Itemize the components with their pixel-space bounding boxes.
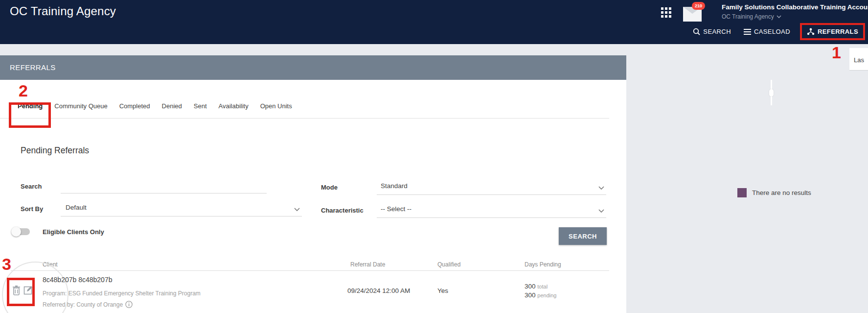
scrollbar-handle[interactable] [769, 89, 774, 96]
qualified-value: Yes [437, 287, 448, 294]
client-program: Program: ESG Funded Emergency Shelter Tr… [43, 290, 201, 297]
account-name: Family Solutions Collaborative Training … [722, 3, 868, 11]
account-menu[interactable]: Family Solutions Collaborative Training … [722, 3, 868, 20]
tab-completed[interactable]: Completed [119, 102, 150, 110]
unread-count-badge: 210 [692, 2, 705, 10]
search-input[interactable] [61, 176, 267, 193]
search-button[interactable]: SEARCH [559, 227, 607, 245]
client-referred-by: Referred by: County of Orange [43, 301, 133, 308]
col-qualified: Qualified [437, 261, 460, 268]
no-results-swatch-icon [737, 188, 747, 197]
top-header-bar: OC Training Agency 210 Family Solutions … [0, 0, 868, 44]
tab-bar: Pending Community Queue Completed Denied… [0, 102, 609, 119]
sort-by-label: Sort By [21, 205, 43, 213]
info-icon[interactable] [125, 301, 133, 308]
table-header-divider [11, 270, 609, 271]
eligible-clients-label: Eligible Clients Only [43, 228, 104, 236]
banner-title: REFERRALS [0, 55, 626, 80]
col-referral-date: Referral Date [350, 261, 385, 268]
mode-label: Mode [321, 184, 338, 191]
apps-grid-icon[interactable] [661, 7, 672, 18]
tab-sent[interactable]: Sent [194, 102, 207, 110]
tab-availability[interactable]: Availability [219, 102, 249, 110]
scrollbar[interactable] [771, 80, 772, 105]
no-results-text: There are no results [752, 189, 811, 196]
sort-by-select[interactable]: Default [61, 198, 302, 217]
page-title: Pending Referrals [21, 145, 89, 156]
chevron-down-icon [294, 208, 300, 211]
days-total-number: 300 [525, 283, 536, 290]
annotation-number-1: 1 [832, 43, 841, 62]
caseload-icon [744, 29, 751, 35]
app-window: OC Training Agency 210 Family Solutions … [0, 0, 868, 313]
right-panel-truncated-card: Las [849, 48, 868, 71]
characteristic-select[interactable]: -- Select -- [377, 200, 606, 218]
referred-by-text: Referred by: County of Orange [43, 301, 123, 308]
chevron-down-icon [777, 15, 781, 18]
annotation-box-3 [7, 278, 35, 306]
nav-caseload-label: CASELOAD [754, 28, 790, 35]
annotation-number-2: 2 [19, 81, 28, 100]
referrals-banner: REFERRALS [0, 55, 626, 80]
annotation-number-3: 3 [2, 255, 11, 274]
search-label: Search [21, 183, 42, 190]
tab-open-units[interactable]: Open Units [260, 102, 292, 110]
agency-name: OC Training Agency [722, 13, 774, 20]
days-pending-number: 300 [525, 291, 536, 299]
mode-select[interactable]: Standard [377, 177, 606, 195]
no-results-message: There are no results [737, 188, 811, 197]
inbox-button[interactable]: 210 [683, 4, 706, 23]
referrals-icon [807, 28, 815, 35]
app-title: OC Training Agency [10, 4, 116, 18]
chevron-down-icon [598, 209, 604, 213]
col-days-pending: Days Pending [525, 261, 561, 268]
days-pending-label: pending [537, 292, 556, 298]
nav-referrals-label: REFERRALS [818, 28, 858, 35]
search-input-value [61, 181, 63, 188]
annotation-box-2 [9, 102, 51, 128]
truncated-label: Las [854, 56, 864, 64]
sort-by-value: Default [61, 198, 87, 217]
nav-referrals[interactable]: REFERRALS [800, 23, 865, 40]
characteristic-value: -- Select -- [377, 200, 411, 218]
nav-caseload[interactable]: CASELOAD [741, 24, 793, 39]
nav-search[interactable]: SEARCH [690, 24, 734, 39]
days-total-label: total [537, 284, 548, 289]
client-name-link[interactable]: 8c48b207b 8c48b207b [43, 276, 112, 284]
tab-community-queue[interactable]: Community Queue [54, 102, 107, 110]
referral-date-value: 09/24/2024 12:00 AM [347, 287, 410, 294]
search-icon [693, 28, 700, 35]
days-pending-value: 300 total 300 pending [525, 282, 556, 300]
nav-search-label: SEARCH [703, 28, 731, 35]
main-content: Pending Community Queue Completed Denied… [0, 80, 626, 313]
top-navigation: SEARCH CASELOAD REFERRALS [690, 23, 865, 40]
tab-denied[interactable]: Denied [162, 102, 182, 110]
characteristic-label: Characteristic [321, 207, 364, 214]
agency-switcher[interactable]: OC Training Agency [722, 13, 868, 20]
chevron-down-icon [598, 186, 604, 190]
mode-value: Standard [377, 177, 408, 195]
eligible-clients-toggle[interactable] [12, 228, 30, 236]
